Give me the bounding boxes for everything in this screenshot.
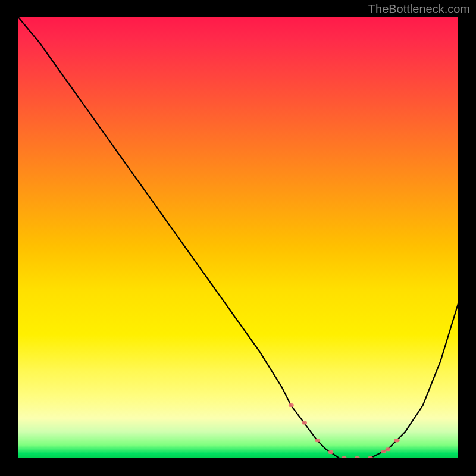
svg-rect-7 bbox=[381, 450, 386, 453]
svg-rect-4 bbox=[342, 456, 347, 458]
svg-rect-1 bbox=[302, 421, 307, 425]
svg-rect-3 bbox=[328, 450, 333, 454]
bottleneck-curve bbox=[18, 17, 458, 458]
svg-rect-0 bbox=[289, 403, 294, 407]
attribution-text: TheBottleneck.com bbox=[368, 2, 470, 16]
svg-rect-2 bbox=[315, 439, 320, 442]
svg-rect-9 bbox=[386, 447, 391, 451]
svg-rect-10 bbox=[394, 439, 399, 442]
svg-rect-5 bbox=[355, 456, 360, 458]
chart-plot-area bbox=[18, 17, 458, 458]
